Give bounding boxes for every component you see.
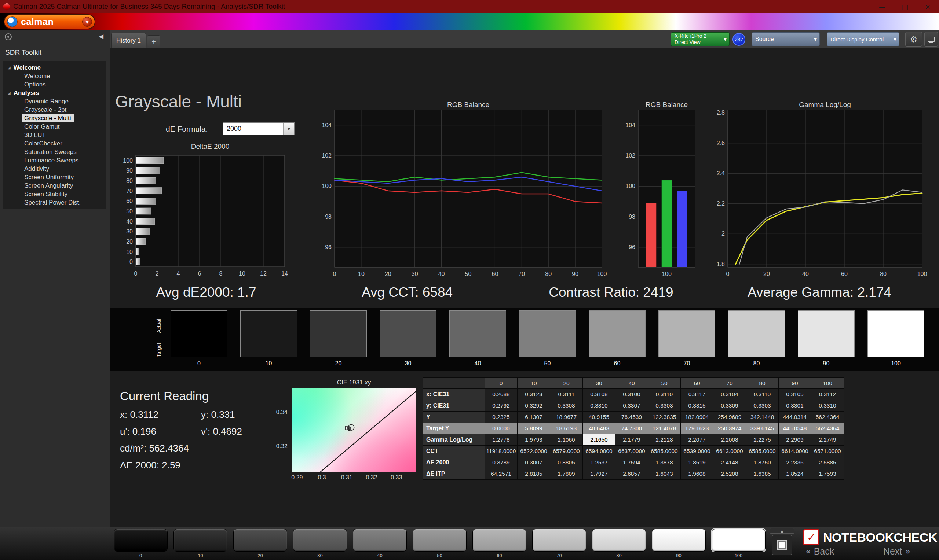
sidebar-collapse-icon[interactable]: ◀ <box>99 32 103 40</box>
chevron-down-icon: ▼ <box>814 37 817 42</box>
expander-icon[interactable]: ◢ <box>8 66 11 70</box>
swatch-level-label: 90 <box>823 360 830 367</box>
bottom-toolbar: 0102030405060708090100 ▲ ✓ NOTEBOOKCHECK… <box>0 527 939 560</box>
table-cell: 6585.0000 <box>648 446 681 457</box>
grayscale-swatch-strip: Actual Target 0102030405060708090100 <box>110 308 939 371</box>
svg-text:50: 50 <box>465 271 472 277</box>
watermark-text: NOTEBOOKCHECK <box>823 530 937 545</box>
sidebar-item-grayscale-2pt[interactable]: Grayscale - 2pt <box>22 106 69 114</box>
patch-button[interactable] <box>532 529 586 552</box>
sidebar-title: SDR Toolkit <box>5 48 42 57</box>
svg-text:8: 8 <box>219 271 223 277</box>
meter-dropdown[interactable]: X-Rite i1Pro 2 Direct View ▼ <box>671 32 729 46</box>
table-cell: 0.3104 <box>714 389 746 400</box>
svg-text:100: 100 <box>123 158 133 164</box>
table-cell: 0.3111 <box>550 389 583 400</box>
toolbar-patch-40[interactable]: 40 <box>353 529 407 558</box>
patch-button[interactable] <box>652 529 706 552</box>
sidebar-item-spectral-power-dist[interactable]: Spectral Power Dist. <box>22 198 83 207</box>
rainbow-strip <box>0 13 939 30</box>
swatch-patch <box>589 311 646 357</box>
toolbar-patch-10[interactable]: 10 <box>174 529 227 558</box>
display-settings-button[interactable] <box>924 32 938 46</box>
table-col-header: 40 <box>615 378 648 389</box>
results-table: 0102030405060708090100x: CIE310.26880.31… <box>423 377 844 480</box>
minimize-button[interactable]: — <box>871 0 894 13</box>
sidebar-item-options[interactable]: Options <box>22 80 48 89</box>
sidebar-options-icon[interactable] <box>5 33 12 40</box>
toolbar-patch-90[interactable]: 90 <box>652 529 706 558</box>
svg-text:80: 80 <box>545 271 552 277</box>
panel-collapse-button[interactable]: ▲ <box>769 528 794 534</box>
display-control-dropdown[interactable]: Direct Display Control ▼ <box>827 32 899 46</box>
tab-history-1[interactable]: History 1 <box>111 32 146 48</box>
sidebar-item-luminance-sweeps[interactable]: Luminance Sweeps <box>22 156 81 165</box>
patch-button[interactable] <box>293 529 347 552</box>
patch-button[interactable] <box>592 529 646 552</box>
patch-button[interactable] <box>472 529 526 552</box>
sidebar-item-additivity[interactable]: Additivity <box>22 165 52 173</box>
maximize-button[interactable]: □ <box>894 0 916 13</box>
sidebar-item-grayscale-multi[interactable]: Grayscale - Multi <box>22 114 74 122</box>
svg-text:80: 80 <box>126 178 133 184</box>
add-tab-button[interactable]: + <box>147 35 160 48</box>
svg-text:2: 2 <box>156 271 159 277</box>
svg-text:2.4: 2.4 <box>717 170 725 176</box>
patch-button[interactable] <box>114 529 168 552</box>
table-cell: 0.2792 <box>485 400 518 412</box>
sidebar-item-screen-stability[interactable]: Screen Stability <box>22 190 70 198</box>
table-col-header: 70 <box>714 378 746 389</box>
table-col-header: 20 <box>550 378 583 389</box>
table-cell: 40.6483 <box>583 423 615 434</box>
sidebar-item-color-gamut[interactable]: Color Gamut <box>22 122 62 131</box>
table-cell: 0.8805 <box>550 457 583 468</box>
svg-text:70: 70 <box>126 188 133 194</box>
patch-window-button[interactable] <box>772 535 792 555</box>
source-dropdown[interactable]: Source ▼ <box>752 32 820 46</box>
sidebar-item-saturation-sweeps[interactable]: Saturation Sweeps <box>22 148 79 156</box>
sidebar-item-dynamic-range[interactable]: Dynamic Range <box>22 97 71 106</box>
toolbar-patch-60[interactable]: 60 <box>472 529 526 558</box>
deltae-chart: 024681012141009080706050403020100DeltaE … <box>117 141 290 280</box>
table-row-label: Target Y <box>423 423 485 434</box>
patch-row: 0102030405060708090100 <box>114 529 765 558</box>
sidebar-item-welcome[interactable]: Welcome <box>22 72 53 80</box>
table-cell: 1.8524 <box>779 468 811 480</box>
cie-x-tick-label: 0.29 <box>291 474 302 481</box>
settings-button[interactable]: ⚙ <box>905 32 922 46</box>
toolbar-patch-20[interactable]: 20 <box>233 529 287 558</box>
sidebar-item-3d-lut[interactable]: 3D LUT <box>22 131 48 139</box>
swatch-patch <box>658 311 715 357</box>
toolbar-patch-30[interactable]: 30 <box>293 529 347 558</box>
toolbar-patch-80[interactable]: 80 <box>592 529 646 558</box>
de-formula-select[interactable]: 2000 ▼ <box>223 122 294 135</box>
calman-menu-button[interactable]: calman ▼ <box>4 14 96 29</box>
next-button[interactable]: Next » <box>883 546 910 557</box>
sidebar-item-screen-uniformity[interactable]: Screen Uniformity <box>22 173 76 182</box>
toolbar-patch-0[interactable]: 0 <box>114 529 168 558</box>
close-button[interactable]: × <box>916 0 939 13</box>
svg-text:30: 30 <box>412 271 418 277</box>
patch-button[interactable] <box>233 529 287 552</box>
patch-button[interactable] <box>353 529 407 552</box>
patch-button[interactable] <box>413 529 467 552</box>
toolbar-patch-100[interactable]: 100 <box>712 529 765 558</box>
sidebar-item-colorchecker[interactable]: ColorChecker <box>22 139 65 148</box>
patch-button[interactable] <box>174 529 227 552</box>
cie-y-ticks: 0.340.32 <box>273 388 290 472</box>
sidebar-item-screen-angularity[interactable]: Screen Angularity <box>22 182 76 190</box>
table-row-label: ΔE ITP <box>423 468 485 480</box>
table-cell: 0.3308 <box>550 400 583 412</box>
patch-button[interactable] <box>712 529 765 552</box>
sidebar-group-welcome[interactable]: ◢Welcome <box>3 63 106 72</box>
back-button[interactable]: « Back <box>805 546 834 557</box>
expander-icon[interactable]: ◢ <box>8 91 11 95</box>
table-cell: 254.9689 <box>714 412 746 423</box>
toolbar-patch-50[interactable]: 50 <box>413 529 467 558</box>
table-cell: 11918.0000 <box>485 446 518 457</box>
table-cell: 1.9608 <box>681 468 714 480</box>
sidebar-group-analysis[interactable]: ◢Analysis <box>3 89 106 97</box>
toolbar-patch-70[interactable]: 70 <box>532 529 586 558</box>
calman-menu-dropdown-icon[interactable]: ▼ <box>82 17 92 27</box>
watermark-check-icon: ✓ <box>803 529 819 545</box>
